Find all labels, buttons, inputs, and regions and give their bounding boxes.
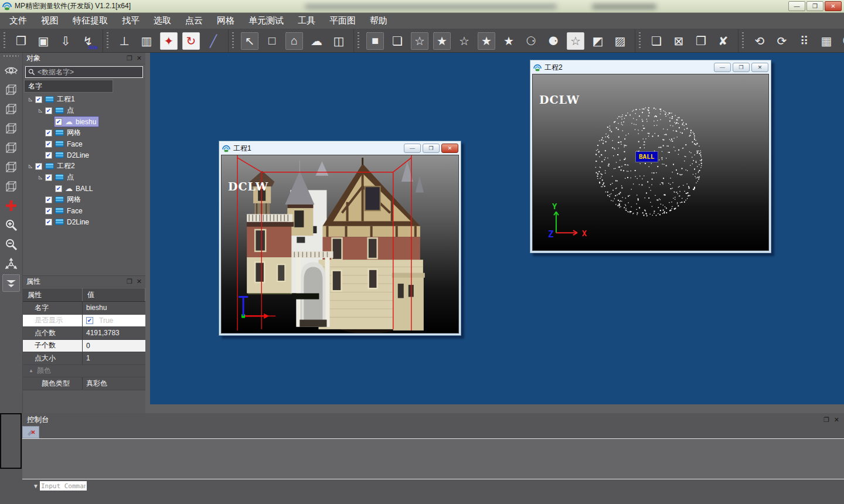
toolbar-grip[interactable] (107, 32, 108, 50)
lasso-select-icon[interactable]: ☁ (308, 32, 325, 50)
restore-button[interactable]: ❐ (806, 1, 823, 11)
tree-column-header[interactable]: 名字 (24, 80, 113, 93)
fill-region-icon[interactable]: ■ (366, 32, 384, 50)
toolbar-grip[interactable] (639, 32, 641, 50)
visibility-checkbox[interactable]: ✔ (45, 174, 52, 181)
child-restore-button[interactable]: ❐ (423, 144, 440, 153)
view-bottom-cube-icon[interactable] (2, 178, 20, 195)
draw-line-icon[interactable]: ▨ (611, 32, 629, 50)
collapse-triangle-icon[interactable]: ▲ (29, 368, 33, 373)
visibility-checkbox[interactable]: ✔ (55, 185, 62, 192)
rect-select-icon[interactable]: □ (263, 32, 281, 50)
float-panel-icon[interactable]: ❐ (127, 55, 132, 62)
child-minimize-button[interactable]: — (714, 63, 731, 72)
close-button[interactable]: ✕ (825, 1, 842, 11)
expander-icon[interactable]: ◺ (38, 108, 43, 113)
project1-titlebar[interactable]: 工程1 — ❐ ✕ (221, 143, 459, 155)
visibility-checkbox[interactable]: ✔ (45, 152, 52, 159)
visibility-checkbox[interactable]: ✔ (45, 207, 52, 214)
measure-ruler-icon[interactable]: ▥ (138, 32, 155, 50)
visibility-checkbox[interactable]: ✔ (45, 130, 52, 137)
star-select-box-icon[interactable]: ★ (433, 32, 451, 50)
thumbnail-icon[interactable]: ▦ (818, 32, 835, 50)
project2-window[interactable]: 工程2 — ❐ ✕ DCLW BALL Y (530, 60, 771, 253)
polygon-select-icon[interactable]: ⌂ (285, 32, 303, 50)
menu-item-工具[interactable]: 工具 (291, 13, 322, 28)
tree-item-点[interactable]: ◺✔点 (23, 172, 145, 183)
fit-view-icon[interactable] (2, 274, 20, 292)
star-dashed2-icon[interactable]: ★ (478, 32, 495, 50)
visibility-eye-icon[interactable] (2, 62, 20, 79)
view-left-cube-icon[interactable] (2, 120, 20, 137)
visibility-checkbox[interactable]: ✔ (45, 141, 52, 148)
console-clear-tab[interactable] (22, 426, 39, 438)
toolbar-grip[interactable] (742, 32, 744, 50)
toolbar-grip[interactable] (358, 32, 359, 50)
toolbar-grip[interactable] (232, 32, 234, 50)
point-cloud-icon[interactable]: ⠿ (795, 32, 813, 50)
command-input[interactable] (40, 481, 87, 491)
copy-region-icon[interactable]: ❏ (389, 32, 406, 50)
axis-tool-icon[interactable] (2, 255, 20, 273)
menu-item-点云[interactable]: 点云 (178, 13, 210, 28)
bulb-on-icon[interactable]: ⚈ (544, 32, 562, 50)
page-copy-icon[interactable]: ❐ (692, 32, 710, 50)
star-box-light-icon[interactable]: ☆ (567, 32, 584, 50)
view-back-cube-icon[interactable] (2, 100, 20, 118)
refresh-icon[interactable]: ↻ (182, 32, 200, 50)
star-select-dashed-icon[interactable]: ☆ (411, 32, 428, 50)
close-panel-icon[interactable]: ✕ (137, 55, 142, 62)
open-project-icon[interactable]: ❐ (12, 32, 30, 50)
toolbar-grip[interactable] (4, 55, 19, 57)
site-tool-icon[interactable]: ↯Site (79, 32, 97, 50)
visibility-checkbox[interactable]: ✔ (35, 163, 42, 170)
tree-item-Face[interactable]: ✔Face (23, 205, 145, 216)
menu-item-找平[interactable]: 找平 (115, 13, 147, 28)
ball-object-label[interactable]: BALL (636, 152, 658, 162)
close-panel-icon[interactable]: ✕ (137, 278, 142, 285)
menu-item-视图[interactable]: 视图 (34, 13, 66, 28)
tree-item-BALL[interactable]: ✔☁BALL (23, 183, 145, 194)
menu-item-特征提取[interactable]: 特征提取 (66, 13, 115, 28)
close-panel-icon[interactable]: ✕ (834, 416, 839, 424)
project2-titlebar[interactable]: 工程2 — ❐ ✕ (532, 62, 769, 74)
toolbar-grip[interactable] (4, 32, 5, 50)
g-circle-icon[interactable]: Ⓖ (840, 32, 844, 50)
zoom-in-icon[interactable] (2, 216, 20, 234)
view-front-cube-icon[interactable] (2, 81, 20, 98)
expander-icon[interactable]: ◺ (38, 175, 43, 180)
menu-item-选取[interactable]: 选取 (147, 13, 178, 28)
property-row-名字[interactable]: 名字bieshu (23, 302, 145, 315)
rotate-1-icon[interactable]: ⟳ (773, 32, 791, 50)
property-row-点大小[interactable]: 点大小1 (23, 352, 145, 365)
slope-line-icon[interactable]: ╱ (205, 32, 222, 50)
leveling-axis-icon[interactable]: ⊥ (115, 32, 133, 50)
page-delete-icon[interactable]: ⊠ (670, 32, 688, 50)
child-close-button[interactable]: ✕ (441, 144, 458, 153)
tree-item-网格[interactable]: ✔网格 (23, 127, 145, 138)
tree-item-D2Line[interactable]: ✔D2Line (23, 149, 145, 161)
merge-tool-icon[interactable]: ✘ (714, 32, 732, 50)
project1-viewport[interactable]: DCLW (221, 155, 459, 333)
project1-window[interactable]: 工程1 — ❐ ✕ (219, 141, 461, 336)
expander-icon[interactable]: ◺ (28, 97, 33, 102)
rotate-a-icon[interactable]: ⟲ (751, 32, 768, 50)
tree-item-Face[interactable]: ✔Face (23, 138, 145, 149)
menu-item-帮助[interactable]: 帮助 (363, 13, 394, 28)
tree-item-点[interactable]: ◺✔点 (23, 105, 145, 116)
child-restore-button[interactable]: ❐ (733, 63, 750, 72)
visibility-checkbox[interactable]: ✔ (45, 219, 52, 226)
save-icon[interactable]: ▣ (35, 32, 52, 50)
contrast-icon[interactable]: ◩ (589, 32, 607, 50)
project2-viewport[interactable]: DCLW BALL Y X Z (532, 74, 769, 251)
visibility-checkbox[interactable]: ✔ (35, 96, 42, 103)
minimize-button[interactable]: — (788, 1, 805, 11)
child-close-button[interactable]: ✕ (751, 63, 768, 72)
add-icon[interactable] (2, 197, 20, 214)
star-outline-icon[interactable]: ★ (500, 32, 518, 50)
visibility-checkbox[interactable]: ✔ (45, 107, 52, 114)
float-panel-icon[interactable]: ❐ (127, 278, 132, 285)
tree-item-工程1[interactable]: ◺✔工程1 (23, 94, 145, 105)
property-row-颜色[interactable]: ▲颜色 (23, 365, 145, 378)
pinwheel-icon[interactable]: ✦ (160, 32, 178, 50)
